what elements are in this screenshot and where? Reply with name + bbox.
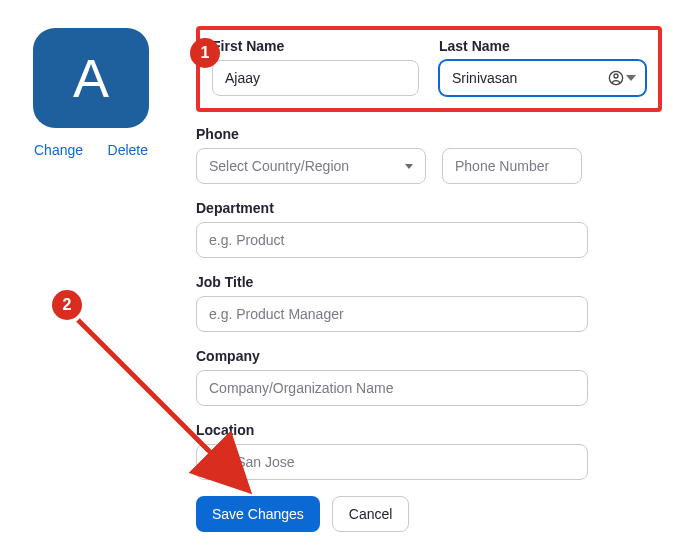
avatar-delete-link[interactable]: Delete xyxy=(108,142,148,158)
first-name-input[interactable] xyxy=(212,60,419,96)
avatar-section: A Change Delete xyxy=(26,20,156,532)
annotation-badge-2: 2 xyxy=(52,290,82,320)
location-label: Location xyxy=(196,422,662,438)
company-label: Company xyxy=(196,348,662,364)
job-title-label: Job Title xyxy=(196,274,662,290)
last-name-label: Last Name xyxy=(439,38,646,54)
country-select-placeholder: Select Country/Region xyxy=(209,158,349,174)
name-fields-highlight: First Name Last Name xyxy=(196,26,662,112)
cancel-button[interactable]: Cancel xyxy=(332,496,410,532)
annotation-badge-1: 1 xyxy=(190,38,220,68)
contact-icon[interactable] xyxy=(608,70,636,86)
department-input[interactable] xyxy=(196,222,588,258)
job-title-input[interactable] xyxy=(196,296,588,332)
avatar-change-link[interactable]: Change xyxy=(34,142,83,158)
company-input[interactable] xyxy=(196,370,588,406)
save-changes-button[interactable]: Save Changes xyxy=(196,496,320,532)
chevron-down-icon xyxy=(626,75,636,81)
phone-number-input[interactable] xyxy=(442,148,582,184)
profile-form: First Name Last Name xyxy=(196,20,662,532)
chevron-down-icon xyxy=(405,164,413,169)
avatar[interactable]: A xyxy=(33,28,149,128)
avatar-letter: A xyxy=(73,47,109,109)
department-label: Department xyxy=(196,200,662,216)
phone-label: Phone xyxy=(196,126,662,142)
svg-point-3 xyxy=(614,74,618,78)
location-input[interactable] xyxy=(196,444,588,480)
country-select[interactable]: Select Country/Region xyxy=(196,148,426,184)
first-name-label: First Name xyxy=(212,38,419,54)
